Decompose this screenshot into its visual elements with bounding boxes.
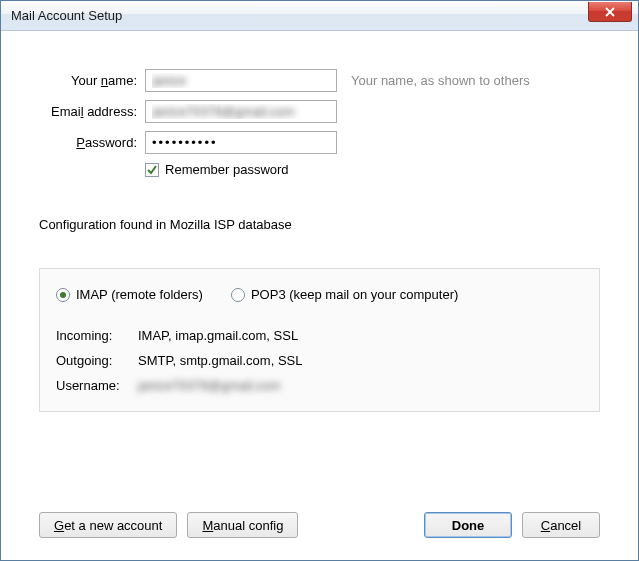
close-icon (604, 7, 616, 17)
remember-password-checkbox[interactable] (145, 163, 159, 177)
outgoing-label: Outgoing: (56, 353, 138, 368)
pop3-radio[interactable] (231, 288, 245, 302)
username-value: janice70378@gmail.com (138, 378, 281, 393)
outgoing-value: SMTP, smtp.gmail.com, SSL (138, 353, 302, 368)
imap-radio[interactable] (56, 288, 70, 302)
password-input[interactable] (145, 131, 337, 154)
remember-password-label: Remember password (165, 162, 289, 177)
username-row: Username: janice70378@gmail.com (54, 378, 585, 393)
password-label: Password: (39, 135, 145, 150)
dialog-content: Your name: Your name, as shown to others… (1, 31, 638, 432)
close-button[interactable] (588, 2, 632, 22)
incoming-label: Incoming: (56, 328, 138, 343)
imap-option[interactable]: IMAP (remote folders) (56, 287, 203, 302)
titlebar: Mail Account Setup (1, 1, 638, 31)
status-message: Configuration found in Mozilla ISP datab… (39, 217, 600, 232)
incoming-row: Incoming: IMAP, imap.gmail.com, SSL (54, 328, 585, 343)
name-hint: Your name, as shown to others (351, 73, 530, 88)
cancel-button[interactable]: Cancel (522, 512, 600, 538)
remember-password-row: Remember password (145, 162, 600, 177)
email-row: Email address: (39, 100, 600, 123)
imap-label: IMAP (remote folders) (76, 287, 203, 302)
name-row: Your name: Your name, as shown to others (39, 69, 600, 92)
email-label: Email address: (39, 104, 145, 119)
checkmark-icon (146, 164, 158, 176)
config-panel: IMAP (remote folders) POP3 (keep mail on… (39, 268, 600, 412)
window-title: Mail Account Setup (11, 8, 122, 23)
protocol-radio-group: IMAP (remote folders) POP3 (keep mail on… (54, 287, 585, 302)
email-input[interactable] (145, 100, 337, 123)
pop3-option[interactable]: POP3 (keep mail on your computer) (231, 287, 458, 302)
button-bar: Get a new account Manual config Done Can… (39, 512, 600, 538)
name-input[interactable] (145, 69, 337, 92)
outgoing-row: Outgoing: SMTP, smtp.gmail.com, SSL (54, 353, 585, 368)
manual-config-button[interactable]: Manual config (187, 512, 298, 538)
incoming-value: IMAP, imap.gmail.com, SSL (138, 328, 298, 343)
pop3-label: POP3 (keep mail on your computer) (251, 287, 458, 302)
username-label: Username: (56, 378, 138, 393)
get-new-account-button[interactable]: Get a new account (39, 512, 177, 538)
password-row: Password: (39, 131, 600, 154)
mail-account-setup-window: Mail Account Setup Your name: Your name,… (0, 0, 639, 561)
done-button[interactable]: Done (424, 512, 512, 538)
name-label: Your name: (39, 73, 145, 88)
